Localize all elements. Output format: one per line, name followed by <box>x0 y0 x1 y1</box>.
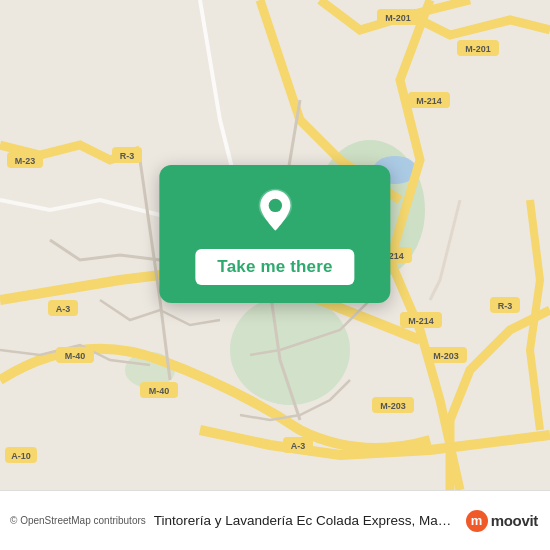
svg-text:A-3: A-3 <box>291 441 306 451</box>
svg-text:A-3: A-3 <box>56 304 71 314</box>
svg-text:M-214: M-214 <box>416 96 442 106</box>
svg-text:M-40: M-40 <box>65 351 86 361</box>
moovit-brand-text: moovit <box>491 512 538 529</box>
svg-text:A-10: A-10 <box>11 451 31 461</box>
svg-text:M-23: M-23 <box>15 156 36 166</box>
bottom-bar: © OpenStreetMap contributors Tintorería … <box>0 490 550 550</box>
moovit-logo: m moovit <box>466 510 538 532</box>
svg-text:R-3: R-3 <box>120 151 135 161</box>
place-name: Tintorería y Lavandería Ec Colada Expres… <box>154 513 458 528</box>
take-me-there-button[interactable]: Take me there <box>195 249 354 285</box>
location-pin-icon <box>249 187 301 239</box>
svg-text:M-203: M-203 <box>380 401 406 411</box>
moovit-dot-icon: m <box>466 510 488 532</box>
map-container: M-201 M-201 M-214 M-214 M-214 M-23 R-3 A… <box>0 0 550 490</box>
svg-text:M-201: M-201 <box>385 13 411 23</box>
svg-text:M-214: M-214 <box>408 316 434 326</box>
location-card: Take me there <box>159 165 390 303</box>
svg-text:M-203: M-203 <box>433 351 459 361</box>
svg-text:M-40: M-40 <box>149 386 170 396</box>
svg-text:R-3: R-3 <box>498 301 513 311</box>
svg-text:M-201: M-201 <box>465 44 491 54</box>
map-attribution: © OpenStreetMap contributors <box>10 515 146 526</box>
svg-point-36 <box>268 199 281 212</box>
